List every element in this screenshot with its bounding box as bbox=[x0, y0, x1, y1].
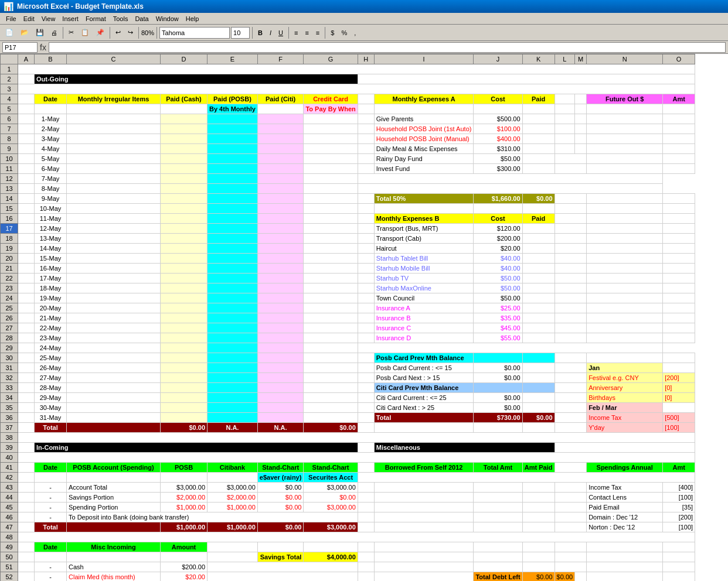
r33f[interactable] bbox=[257, 383, 304, 393]
align-right-btn[interactable]: ≡ bbox=[313, 26, 322, 39]
r21g[interactable] bbox=[304, 264, 358, 274]
menu-view[interactable]: View bbox=[38, 14, 59, 23]
r52c-claim-med[interactable]: Claim Med (this month) bbox=[67, 572, 161, 582]
r10-date[interactable]: 5-May bbox=[35, 154, 67, 164]
r21f[interactable] bbox=[257, 264, 304, 274]
r25i-insurance-a[interactable]: Insurance A bbox=[374, 303, 474, 313]
r16o[interactable] bbox=[663, 214, 695, 224]
rh-5[interactable]: 5 bbox=[1, 104, 18, 114]
rh-18[interactable]: 18 bbox=[1, 234, 18, 244]
r16lm[interactable] bbox=[554, 214, 587, 224]
r34j[interactable]: $0.00 bbox=[474, 393, 522, 403]
col-k[interactable]: K bbox=[522, 54, 554, 64]
r19j[interactable]: $20.00 bbox=[474, 244, 522, 254]
r24f[interactable] bbox=[257, 293, 304, 303]
r5a[interactable] bbox=[18, 104, 35, 114]
r18f[interactable] bbox=[257, 234, 304, 244]
r20j[interactable]: $40.00 bbox=[474, 254, 522, 264]
r14i-total50[interactable]: Total 50% bbox=[374, 194, 474, 204]
align-center-btn[interactable]: ≡ bbox=[302, 26, 311, 39]
r33-date[interactable]: 28-May bbox=[35, 383, 67, 393]
rh-29[interactable]: 29 bbox=[1, 343, 18, 353]
rh-43[interactable]: 43 bbox=[1, 483, 18, 493]
r33h[interactable] bbox=[358, 383, 374, 393]
r30j[interactable] bbox=[474, 353, 522, 363]
r43k[interactable] bbox=[522, 483, 554, 493]
r36g[interactable] bbox=[304, 413, 358, 423]
rh-3[interactable]: 3 bbox=[1, 84, 18, 94]
r24a[interactable] bbox=[18, 293, 35, 303]
r33e[interactable] bbox=[207, 383, 258, 393]
r43e[interactable]: $3,000.00 bbox=[207, 483, 258, 493]
rh-13[interactable]: 13 bbox=[1, 184, 18, 194]
r47-total[interactable]: Total bbox=[35, 522, 67, 532]
r41-posb[interactable]: POSB bbox=[161, 463, 207, 473]
r49j[interactable] bbox=[474, 542, 522, 552]
r31lm[interactable] bbox=[554, 363, 587, 373]
r5m[interactable] bbox=[575, 104, 587, 114]
r18k[interactable] bbox=[522, 234, 554, 244]
r32e[interactable] bbox=[207, 373, 258, 383]
r15d[interactable] bbox=[161, 204, 207, 214]
rh-20[interactable]: 20 bbox=[1, 254, 18, 264]
r30e[interactable] bbox=[207, 353, 258, 363]
r6e[interactable] bbox=[207, 114, 258, 124]
r9j[interactable]: $310.00 bbox=[474, 144, 522, 154]
r35a[interactable] bbox=[18, 403, 35, 413]
r21o[interactable] bbox=[663, 264, 695, 274]
r10g[interactable] bbox=[304, 154, 358, 164]
r45a[interactable] bbox=[18, 503, 35, 512]
r15c[interactable] bbox=[67, 204, 161, 214]
r42b[interactable] bbox=[35, 473, 67, 483]
r45j[interactable] bbox=[474, 503, 522, 512]
r44j[interactable] bbox=[474, 493, 522, 503]
r28n[interactable] bbox=[587, 333, 663, 343]
r47c[interactable] bbox=[67, 522, 161, 532]
r37g[interactable]: $0.00 bbox=[304, 423, 358, 433]
r50f-savings-total-label[interactable]: Savings Total bbox=[257, 552, 304, 562]
r24h[interactable] bbox=[358, 293, 374, 303]
r36-date[interactable]: 31-May bbox=[35, 413, 67, 423]
r47e[interactable]: $1,000.00 bbox=[207, 522, 258, 532]
r49o[interactable] bbox=[663, 542, 695, 552]
r25a[interactable] bbox=[18, 303, 35, 313]
r17e[interactable] bbox=[207, 224, 258, 234]
r21h[interactable] bbox=[358, 264, 374, 274]
r14o[interactable] bbox=[663, 194, 695, 204]
rh-8[interactable]: 8 bbox=[1, 134, 18, 144]
r36a[interactable] bbox=[18, 413, 35, 423]
r8j[interactable]: $400.00 bbox=[474, 134, 522, 144]
rh-51[interactable]: 51 bbox=[1, 562, 18, 572]
r9d[interactable] bbox=[161, 144, 207, 154]
r22c[interactable] bbox=[67, 274, 161, 283]
r42e[interactable] bbox=[207, 473, 258, 483]
r20k[interactable] bbox=[522, 254, 554, 264]
r50lm[interactable] bbox=[554, 552, 587, 562]
r15g[interactable] bbox=[304, 204, 358, 214]
r50a[interactable] bbox=[18, 552, 35, 562]
rh-37[interactable]: 37 bbox=[1, 423, 18, 433]
r18g[interactable] bbox=[304, 234, 358, 244]
r52i[interactable] bbox=[374, 572, 474, 582]
r27a[interactable] bbox=[18, 323, 35, 333]
rh-1[interactable]: 1 bbox=[1, 64, 18, 74]
r15j[interactable] bbox=[474, 204, 522, 214]
r9i-daily-meal[interactable]: Daily Meal & Misc Expenses bbox=[374, 144, 474, 154]
col-d[interactable]: D bbox=[161, 54, 207, 64]
r20a[interactable] bbox=[18, 254, 35, 264]
font-size-input[interactable] bbox=[231, 27, 250, 39]
r49-amount[interactable]: Amount bbox=[161, 542, 207, 552]
r6i-give-parents[interactable]: Give Parents bbox=[374, 114, 474, 124]
r23g[interactable] bbox=[304, 283, 358, 293]
r30h[interactable] bbox=[358, 353, 374, 363]
r50o[interactable] bbox=[663, 552, 695, 562]
r7d[interactable] bbox=[161, 124, 207, 134]
r23lm[interactable] bbox=[554, 283, 587, 293]
r35-date[interactable]: 30-May bbox=[35, 403, 67, 413]
r17h[interactable] bbox=[358, 224, 374, 234]
r24d[interactable] bbox=[161, 293, 207, 303]
r22h[interactable] bbox=[358, 274, 374, 283]
r28e[interactable] bbox=[207, 333, 258, 343]
r29-date[interactable]: 24-May bbox=[35, 343, 67, 353]
r13d[interactable] bbox=[161, 184, 207, 194]
